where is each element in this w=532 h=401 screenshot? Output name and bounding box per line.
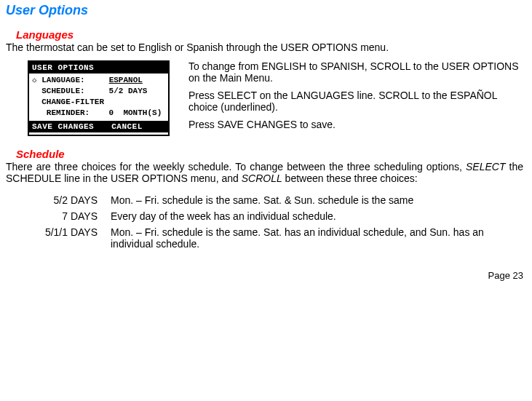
lcd-save-changes: SAVE CHANGES	[32, 122, 94, 131]
lcd-line2: SCHEDULE: 5/2 DAYS	[32, 87, 147, 95]
schedule-intro-b: SELECT	[466, 161, 505, 172]
schedule-definitions: 5/2 DAYS Mon. – Fri. schedule is the sam…	[32, 194, 523, 250]
schedule-desc: Mon. – Fri. schedule is the same. Sat. h…	[111, 226, 523, 250]
languages-heading: Languages	[16, 28, 523, 41]
schedule-intro-a: There are three choices for the weekly s…	[6, 161, 466, 172]
schedule-desc: Every day of the week has an individual …	[111, 210, 523, 222]
languages-instructions: To change from ENGLISH to SPANISH, SCROL…	[188, 60, 523, 136]
page-number: Page 23	[6, 270, 523, 281]
page-title: User Options	[6, 3, 523, 18]
instruction-3: Press SAVE CHANGES to save.	[188, 119, 523, 130]
lcd-line1a: ☼ LANGUAGE:	[32, 76, 109, 84]
schedule-intro: There are three choices for the weekly s…	[6, 161, 523, 184]
lcd-footer: SAVE CHANGES CANCEL	[29, 121, 168, 132]
schedule-intro-e: between these three choices:	[282, 172, 418, 184]
lcd-cancel: CANCEL	[111, 122, 143, 131]
schedule-heading: Schedule	[16, 148, 523, 160]
schedule-row: 7 DAYS Every day of the week has an indi…	[32, 210, 523, 222]
lcd-header: USER OPTIONS	[29, 62, 168, 74]
languages-intro: The thermostat can be set to English or …	[6, 41, 523, 53]
lcd-line4: REMINDER: 0 MONTH(S)	[32, 108, 162, 117]
instruction-1: To change from ENGLISH to SPANISH, SCROL…	[188, 60, 523, 84]
instruction-2: Press SELECT on the LANGUAGES line. SCRO…	[188, 90, 523, 113]
lcd-body: ☼ LANGUAGE: ESPANOL SCHEDULE: 5/2 DAYS C…	[29, 74, 168, 121]
lcd-screenshot: USER OPTIONS ☼ LANGUAGE: ESPANOL SCHEDUL…	[28, 60, 170, 136]
lcd-line3: CHANGE-FILTER	[32, 98, 104, 106]
schedule-row: 5/1/1 DAYS Mon. – Fri. schedule is the s…	[32, 226, 523, 250]
schedule-intro-d: SCROLL	[242, 172, 282, 184]
schedule-desc: Mon. – Fri. schedule is the same. Sat. &…	[111, 194, 523, 206]
schedule-term: 5/2 DAYS	[32, 194, 98, 206]
lcd-line1b: ESPANOL	[109, 76, 143, 84]
schedule-term: 7 DAYS	[32, 210, 98, 222]
schedule-term: 5/1/1 DAYS	[32, 226, 98, 250]
schedule-row: 5/2 DAYS Mon. – Fri. schedule is the sam…	[32, 194, 523, 206]
